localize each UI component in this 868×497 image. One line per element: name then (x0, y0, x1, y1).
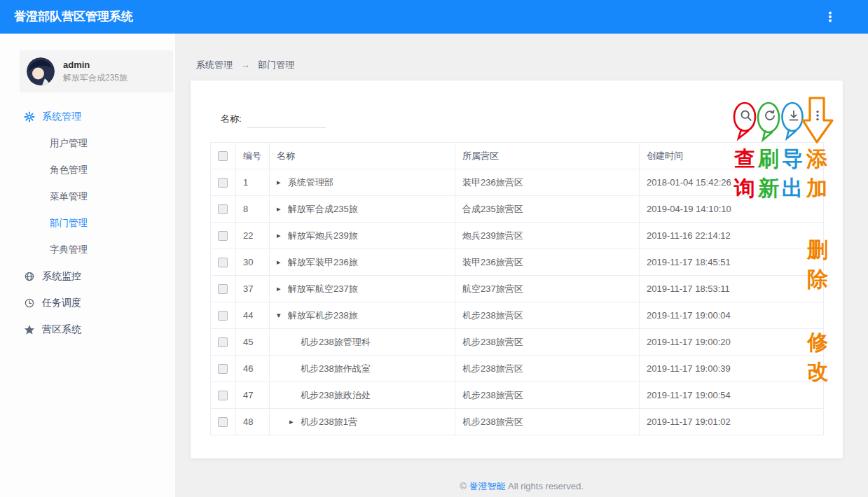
breadcrumb-separator-icon: → (241, 59, 250, 70)
row-created: 2019-11-17 19:01:02 (640, 409, 824, 435)
sidebar: admin 解放军合成235旅 系统管理 (0, 34, 175, 497)
table-row[interactable]: 46 机步238旅作战室 机步238旅营区 2019-11-17 19:00:3… (211, 356, 824, 382)
row-name-cell: 机步238旅管理科 (270, 329, 455, 356)
row-id: 1 (236, 169, 270, 196)
row-checkbox[interactable] (218, 178, 228, 188)
row-checkbox[interactable] (218, 204, 228, 214)
row-camp: 机步238旅营区 (455, 382, 640, 409)
row-checkbox[interactable] (218, 364, 228, 374)
user-unit: 解放军合成235旅 (63, 72, 128, 84)
row-camp: 机步238旅营区 (455, 356, 640, 382)
caret-icon[interactable]: ▸ (289, 417, 298, 426)
refresh-button[interactable] (763, 108, 777, 122)
caret-icon[interactable]: ▸ (277, 231, 285, 240)
row-checkbox[interactable] (218, 258, 228, 267)
row-camp: 合成235旅营区 (455, 196, 640, 223)
row-checkbox[interactable] (218, 311, 228, 321)
row-camp: 机步238旅营区 (455, 302, 640, 329)
app-title: 誉澄部队营区管理系统 (14, 0, 133, 34)
row-camp: 航空237旅营区 (455, 276, 640, 302)
sidebar-item-label: 系统管理 (42, 111, 81, 123)
sidebar-item-role-management[interactable]: 角色管理 (0, 157, 175, 183)
row-name: 解放军航空237旅 (288, 283, 358, 295)
sidebar-item-label: 用户管理 (50, 137, 88, 150)
sidebar-item-camp-system[interactable]: 营区系统 (0, 316, 175, 343)
user-meta: admin 解放军合成235旅 (63, 59, 128, 84)
row-name: 系统管理部 (288, 176, 333, 189)
row-checkbox[interactable] (218, 231, 228, 241)
row-checkbox[interactable] (218, 391, 228, 400)
row-name-cell: ▸ 解放军航空237旅 (270, 276, 455, 302)
sidebar-item-system-monitor[interactable]: 系统监控 (0, 263, 175, 290)
table-row[interactable]: 44 ▾ 解放军机步238旅 机步238旅营区 2019-11-17 19:00… (211, 302, 824, 329)
search-button[interactable] (739, 108, 753, 122)
select-all-checkbox[interactable] (218, 151, 228, 161)
footer: © 誉澄智能 All rights reserved. (175, 480, 868, 493)
caret-icon[interactable]: ▸ (277, 178, 285, 187)
sidebar-item-label: 任务调度 (42, 297, 81, 309)
row-checkbox[interactable] (218, 337, 228, 347)
row-name: 机步238旅管理科 (301, 336, 371, 349)
row-created: 2019-11-17 18:45:51 (640, 249, 824, 276)
download-icon (790, 111, 797, 120)
row-select-cell (211, 382, 236, 409)
row-checkbox[interactable] (218, 284, 228, 294)
row-camp: 机步238旅营区 (455, 409, 640, 435)
row-name: 机步238旅作战室 (301, 363, 371, 375)
table-row[interactable]: 47 机步238旅政治处 机步238旅营区 2019-11-17 19:00:5… (211, 382, 824, 409)
row-created: 2018-01-04 15:42:26 (640, 169, 824, 196)
department-table: 编号 名称 所属营区 创建时间 1 ▸ 系统管理部 装甲236旅营区 2018-… (210, 142, 824, 435)
brand-link[interactable]: 誉澄智能 (469, 481, 505, 491)
more-vertical-icon[interactable] (823, 10, 837, 24)
breadcrumb-parent[interactable]: 系统管理 (196, 59, 233, 70)
sidebar-item-menu-management[interactable]: 菜单管理 (0, 183, 175, 210)
row-id: 30 (236, 249, 270, 276)
sidebar-item-system-management[interactable]: 系统管理 (0, 104, 175, 130)
caret-icon[interactable]: ▸ (277, 258, 285, 267)
row-checkbox[interactable] (218, 417, 228, 427)
table-row[interactable]: 30 ▸ 解放军装甲236旅 装甲236旅营区 2019-11-17 18:45… (211, 249, 824, 276)
table-row[interactable]: 1 ▸ 系统管理部 装甲236旅营区 2018-01-04 15:42:26 (211, 169, 824, 196)
row-created: 2019-11-17 18:53:11 (640, 276, 824, 302)
download-button[interactable] (787, 108, 801, 122)
sidebar-item-label: 系统监控 (42, 270, 81, 283)
row-id: 44 (236, 302, 270, 329)
sidebar-item-task-scheduler[interactable]: 任务调度 (0, 290, 175, 316)
caret-icon[interactable]: ▾ (277, 311, 285, 320)
row-name: 机步238旅1营 (301, 416, 357, 428)
table-row[interactable]: 22 ▸ 解放军炮兵239旅 炮兵239旅营区 2019-11-16 22:14… (211, 223, 824, 249)
sidebar-item-label: 营区系统 (42, 323, 81, 336)
row-name-cell: 机步238旅作战室 (270, 356, 455, 382)
caret-icon[interactable]: ▸ (277, 284, 285, 293)
row-id: 8 (236, 196, 270, 223)
table-row[interactable]: 37 ▸ 解放军航空237旅 航空237旅营区 2019-11-17 18:53… (211, 276, 824, 302)
name-search-input[interactable] (247, 111, 326, 128)
caret-icon[interactable]: ▸ (277, 204, 285, 214)
row-created: 2019-11-17 19:00:39 (640, 356, 824, 382)
table-row[interactable]: 45 机步238旅管理科 机步238旅营区 2019-11-17 19:00:2… (211, 329, 824, 356)
row-created: 2019-11-17 19:00:54 (640, 382, 824, 409)
row-name: 解放军机步238旅 (288, 309, 358, 322)
user-card: admin 解放军合成235旅 (20, 50, 173, 92)
row-id: 46 (236, 356, 270, 382)
sidebar-item-dictionary-management[interactable]: 字典管理 (0, 237, 175, 263)
sidebar-item-user-management[interactable]: 用户管理 (0, 130, 175, 157)
row-name: 解放军炮兵239旅 (288, 230, 358, 242)
column-header-id: 编号 (236, 143, 270, 169)
table-row[interactable]: 8 ▸ 解放军合成235旅 合成235旅营区 2019-04-19 14:10:… (211, 196, 824, 223)
row-name-cell: ▸ 机步238旅1营 (270, 409, 455, 435)
row-select-cell (211, 169, 236, 196)
app-window: 誉澄部队营区管理系统 admin 解放军合成235旅 (0, 0, 868, 497)
table-row[interactable]: 48 ▸ 机步238旅1营 机步238旅营区 2019-11-17 19:01:… (211, 409, 824, 435)
sidebar-item-department-management[interactable]: 部门管理 (0, 210, 175, 237)
table-body: 1 ▸ 系统管理部 装甲236旅营区 2018-01-04 15:42:26 8… (211, 169, 824, 435)
user-name: admin (63, 59, 128, 70)
row-created: 2019-04-19 14:10:10 (640, 196, 824, 223)
sidebar-item-label: 部门管理 (50, 217, 88, 230)
copyright-text: All rights reserved. (508, 481, 584, 491)
row-camp: 炮兵239旅营区 (455, 223, 640, 249)
more-button[interactable] (811, 108, 825, 122)
row-name-cell: ▸ 解放军合成235旅 (270, 196, 455, 223)
row-name-cell: ▾ 解放军机步238旅 (270, 302, 455, 329)
column-header-created: 创建时间 (640, 143, 824, 169)
